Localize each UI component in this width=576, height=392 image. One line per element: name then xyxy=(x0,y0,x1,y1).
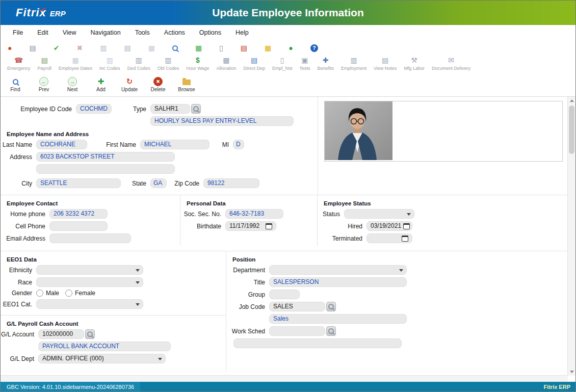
cancel-button[interactable]: ✖ xyxy=(74,43,85,53)
state-label: State xyxy=(121,180,150,187)
toolbar-employee-dates[interactable]: ▦Employee Dates xyxy=(55,55,96,71)
gl-account-lookup-button[interactable] xyxy=(85,329,95,339)
calendar-icon[interactable] xyxy=(266,223,272,229)
hired-field[interactable]: 03/19/2021 xyxy=(366,221,412,231)
gl-account-field[interactable]: 102000000 xyxy=(38,329,84,339)
find-button[interactable]: Find xyxy=(5,77,26,96)
vertical-scrollbar[interactable] xyxy=(567,97,575,376)
title-field[interactable]: SALESPERSON xyxy=(269,277,407,287)
add-button[interactable]: ✚Add xyxy=(90,77,112,96)
menu-edit[interactable]: Edit xyxy=(30,29,56,36)
department-dropdown[interactable] xyxy=(269,265,407,275)
first-name-field[interactable]: MICHAEL xyxy=(140,140,210,149)
toolbar-benefits[interactable]: ✚Benefits xyxy=(313,55,337,71)
document-edit-button[interactable]: ▤ xyxy=(239,43,249,53)
menu-actions[interactable]: Actions xyxy=(157,29,192,36)
toolbar-ded-codes[interactable]: ▥Ded Codes xyxy=(124,55,154,71)
employee-id-field[interactable]: COCHMD xyxy=(76,104,112,114)
toolbar-mfg-labor[interactable]: ⚒Mfg Labor xyxy=(400,55,428,71)
hour-wage-icon: $ xyxy=(196,56,200,65)
toolbar-direct-dep[interactable]: ▤Direct Dep xyxy=(240,55,269,71)
allocation-icon: ▩ xyxy=(223,56,229,65)
copy-button[interactable]: ▥ xyxy=(98,43,109,53)
toolbar-document-delivery[interactable]: ✉Document Delivery xyxy=(428,55,474,71)
state-field[interactable]: GA xyxy=(150,178,167,188)
document-edit-icon: ▤ xyxy=(241,44,247,52)
scroll-down-button[interactable] xyxy=(568,368,575,376)
browse-button[interactable]: Browse xyxy=(176,77,197,96)
cell-phone-field[interactable] xyxy=(49,221,108,231)
last-name-field[interactable]: COCHRANE xyxy=(36,140,87,149)
type-field[interactable]: SALHR1 xyxy=(150,104,190,114)
terminated-field[interactable] xyxy=(366,233,412,243)
scroll-up-button[interactable] xyxy=(568,97,575,104)
menu-file[interactable]: File xyxy=(6,29,30,36)
zoom-button[interactable] xyxy=(170,45,180,51)
ssn-field[interactable]: 646-32-7183 xyxy=(225,209,283,219)
version-text: GBC Version: 4.01.10.sidebarmenu-2024062… xyxy=(1,382,140,391)
refresh-button[interactable]: ● xyxy=(286,43,295,53)
paste-button[interactable]: ▤ xyxy=(122,43,133,53)
status-dropdown[interactable] xyxy=(344,209,414,219)
job-code-lookup-button[interactable] xyxy=(326,302,336,311)
work-sched-description-field[interactable] xyxy=(233,338,402,348)
toolbar-payroll[interactable]: ▤Payroll xyxy=(34,55,56,71)
toolbar-employment[interactable]: ▥Employment xyxy=(337,55,370,71)
job-code-field[interactable]: SALES xyxy=(269,302,325,311)
eeo1-cat-dropdown[interactable] xyxy=(36,299,143,309)
job-code-description-field[interactable]: Sales xyxy=(269,314,407,324)
delete-button[interactable]: ✖Delete xyxy=(147,77,169,96)
prev-button[interactable]: ←Prev xyxy=(33,77,55,96)
gender-male-radio[interactable] xyxy=(36,290,43,297)
birthdate-field[interactable]: 11/17/1992 xyxy=(225,221,276,231)
save-button[interactable]: ▤ xyxy=(27,43,38,53)
calendar-icon[interactable] xyxy=(402,236,408,242)
toolbar-tests[interactable]: ▣Tests xyxy=(296,55,313,71)
chevron-up-icon xyxy=(570,99,574,102)
email-field[interactable] xyxy=(49,233,131,243)
work-sched-field[interactable] xyxy=(269,326,325,336)
document-button[interactable]: ▯ xyxy=(217,43,225,53)
grid-button[interactable]: ▦ xyxy=(146,43,157,53)
gender-label: Gender xyxy=(1,290,36,297)
city-field[interactable]: SEATTLE xyxy=(36,178,121,188)
update-button[interactable]: ↻Update xyxy=(119,77,140,96)
toolbar-inc-codes[interactable]: ▥Inc Codes xyxy=(96,55,124,71)
panel-eeo-position-gl: EEO1 Data Ethnicity Race Gender Male xyxy=(1,251,568,372)
home-phone-field[interactable]: 206 3232 4372 xyxy=(49,209,108,219)
menu-view[interactable]: View xyxy=(56,29,84,36)
exit-button[interactable]: ● xyxy=(6,43,14,53)
menu-navigation[interactable]: Navigation xyxy=(84,29,128,36)
menu-tools[interactable]: Tools xyxy=(128,29,157,36)
group-field[interactable] xyxy=(269,290,300,299)
calendar-icon[interactable] xyxy=(403,223,410,229)
scrollbar-thumb[interactable] xyxy=(569,106,574,154)
next-button[interactable]: →Next xyxy=(62,77,83,96)
toolbar-obl-codes[interactable]: ▥Obl Codes xyxy=(154,55,183,71)
help-button[interactable]: ? xyxy=(308,44,320,53)
ethnicity-dropdown[interactable] xyxy=(36,265,143,275)
calendar-green-button[interactable]: ▦ xyxy=(193,43,204,53)
type-lookup-button[interactable] xyxy=(191,104,201,114)
empl-hist-icon: ▯ xyxy=(280,56,284,65)
toolbar-empl-hist[interactable]: ▯Empl_hist xyxy=(269,55,296,71)
gender-female-radio[interactable] xyxy=(65,290,72,297)
address2-field[interactable] xyxy=(36,164,175,174)
mi-field[interactable]: D xyxy=(233,140,244,149)
calendar-yellow-button[interactable]: ▦ xyxy=(263,43,273,53)
work-sched-lookup-button[interactable] xyxy=(326,326,336,336)
menu-help[interactable]: Help xyxy=(228,29,256,36)
gl-dept-dropdown[interactable]: ADMIN. OFFICE (000) xyxy=(38,354,166,363)
toolbar-view-notes[interactable]: ▤View Notes xyxy=(370,55,400,71)
type-description-field[interactable]: HOURLY SALES PAY ENTRY-LEVEL xyxy=(150,116,294,126)
toolbar-allocation[interactable]: ▩Allocation xyxy=(213,55,240,71)
toolbar-hour-wage[interactable]: $Hour Wage xyxy=(182,55,213,71)
toolbar-emergency[interactable]: ☎Emergency xyxy=(4,55,34,71)
race-dropdown[interactable] xyxy=(36,277,143,287)
horizontal-scrollbar[interactable] xyxy=(1,375,568,382)
zip-field[interactable]: 98122 xyxy=(203,178,259,188)
address-field[interactable]: 6023 BACKSTOP STREET xyxy=(36,152,175,162)
menu-options[interactable]: Options xyxy=(192,29,228,36)
gl-account-description-field[interactable]: PAYROLL BANK ACCOUNT xyxy=(38,342,171,351)
ok-button[interactable]: ✔ xyxy=(51,43,62,53)
